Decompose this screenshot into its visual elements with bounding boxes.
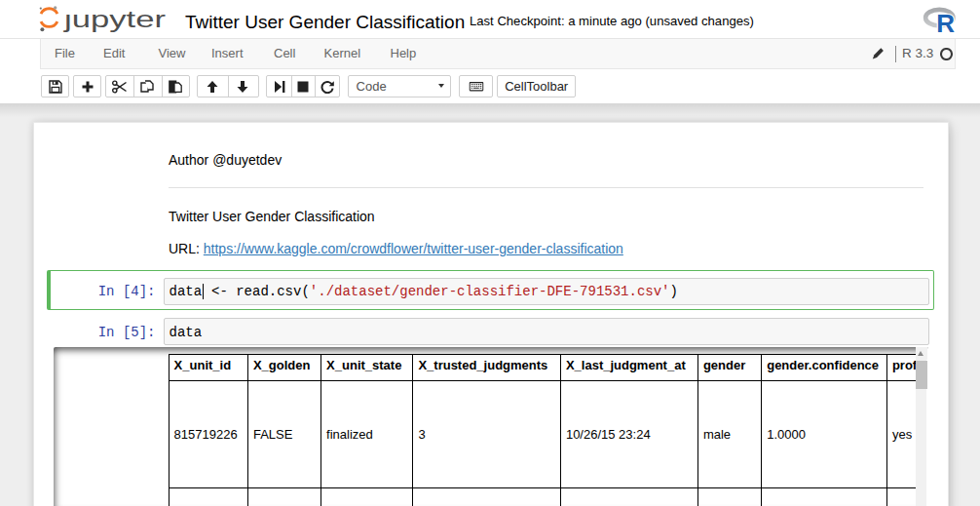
svg-text:jupyter: jupyter: [63, 7, 167, 32]
svg-text:R: R: [936, 9, 955, 33]
